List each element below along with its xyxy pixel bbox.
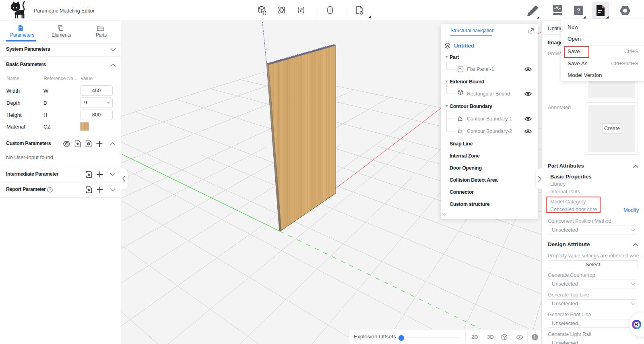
svg-text:?: ? (49, 188, 51, 192)
svg-text:?: ? (577, 7, 580, 14)
